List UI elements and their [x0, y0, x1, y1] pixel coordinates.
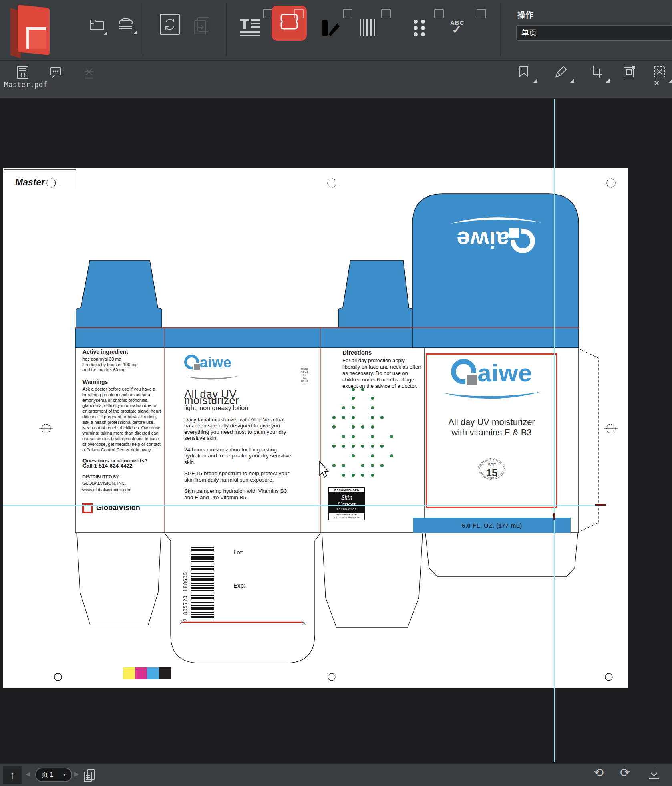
directions-panel: Directions For all day protection apply …	[342, 349, 423, 389]
logo-inner-square	[26, 27, 46, 49]
warnings-body: Ask a doctor before use if you have a br…	[82, 387, 163, 453]
product-body-copy: Daily facial moisturizer with Aloe Vera …	[184, 417, 295, 501]
barcode-inspection-tool[interactable]	[352, 9, 391, 47]
warnings-heading: Warnings	[82, 379, 163, 385]
directions-body: For all day protection apply liberally o…	[342, 357, 423, 389]
marquee-button[interactable]	[622, 64, 637, 79]
seal-recommended-label: RECOMMENDED	[329, 488, 364, 492]
verify-stamp-button[interactable]	[517, 64, 532, 79]
page-thumbnails-button[interactable]	[82, 768, 96, 786]
fine-print-block: MADEOF HA|b+flo10H15·····	[298, 368, 311, 386]
rotate-cw-button[interactable]: ⟳	[620, 766, 630, 780]
pencil-icon	[553, 64, 569, 79]
scanner-icon	[117, 14, 135, 33]
toolbar-separator	[226, 3, 227, 56]
braille-inspection-checkbox[interactable]	[434, 9, 444, 18]
crop-icon	[589, 64, 604, 79]
active-ingredient-lines: has approval 30 mgProducts by booster 10…	[82, 357, 163, 373]
drug-facts-panel: Active ingredient has approval 30 mgProd…	[82, 348, 163, 513]
globalvision-brand: GlobalVision	[82, 503, 163, 513]
operation-label: 操作	[517, 9, 533, 20]
artwork-shape-icon	[272, 6, 307, 41]
barcode-icon	[358, 18, 379, 39]
annotate-pencil-button[interactable]	[553, 64, 569, 79]
close-document-icon[interactable]: ×	[654, 78, 660, 88]
document-tab-label: Master.pdf	[4, 80, 47, 89]
open-file-button[interactable]	[89, 15, 106, 33]
report-button[interactable]	[16, 65, 30, 79]
next-page-button[interactable]: ▶	[74, 770, 79, 778]
page-select-dropdown[interactable]: 页 1 ▼	[35, 768, 72, 782]
dropdown-triangle-icon	[606, 79, 610, 83]
distributor-lines: DISTRIBUTED BYGLOBALVISION, INC.www.glob…	[82, 474, 163, 492]
text-inspection-checkbox[interactable]	[263, 9, 272, 18]
app-logo	[9, 2, 50, 63]
qaiwe-logo: aiwe	[457, 229, 535, 253]
color-inspection-checkbox[interactable]	[343, 9, 352, 18]
scroll-up-button[interactable]: ↑	[3, 766, 22, 784]
report-icon	[16, 65, 30, 79]
document-toolbar: Master.pdf ×	[0, 60, 672, 98]
directions-heading: Directions	[342, 349, 423, 356]
download-icon	[647, 767, 661, 782]
qaiwe-logo-mark-icon	[184, 355, 199, 369]
artboard-name-label: Master	[15, 177, 45, 188]
flash-compare-button[interactable]	[82, 66, 95, 79]
toolbar-separator	[500, 3, 501, 56]
size-bar: 6.0 FL. OZ. (177 mL)	[413, 518, 571, 533]
previous-page-button[interactable]: ◀	[26, 770, 30, 778]
seal-name: SkinCancerFOUNDATION	[329, 492, 364, 513]
qaiwe-logo-mark-icon	[511, 229, 535, 253]
barcode-graphic	[191, 547, 214, 621]
operation-mode-select[interactable]: 单页	[516, 25, 672, 41]
logo-swoosh	[184, 375, 240, 381]
seal-footer: RECOMMENDED AS ANEFFECTIVE UV SUNSCREEN	[329, 513, 364, 520]
dropdown-triangle-icon	[669, 79, 672, 83]
sync-pages-button[interactable]	[159, 14, 180, 35]
text-inspection-tool[interactable]	[234, 9, 272, 47]
barcode-inspection-checkbox[interactable]	[381, 9, 391, 18]
graphics-inspection-active-tile	[272, 6, 307, 41]
toolbar-separator	[143, 3, 143, 56]
graphics-inspection-tool[interactable]	[274, 9, 312, 47]
comments-button[interactable]	[49, 66, 62, 79]
guide-tick-horizontal	[595, 504, 606, 506]
export-pages-button[interactable]	[192, 14, 211, 34]
spellcheck-checkbox[interactable]	[477, 9, 486, 18]
globalvision-logo-icon	[82, 503, 93, 513]
braille-inspection-tool[interactable]	[405, 9, 444, 47]
braille-dots	[331, 388, 401, 482]
color-swatchbook-icon	[320, 18, 341, 40]
export-pages-icon	[192, 14, 211, 34]
scan-button[interactable]	[117, 14, 135, 33]
barcode-digits: 7 805723 188635	[183, 547, 188, 621]
page-select-value: 页 1	[42, 771, 53, 778]
selection-region[interactable]	[426, 353, 557, 508]
color-control-strip	[123, 667, 171, 679]
dropdown-triangle-icon	[570, 79, 574, 83]
download-button[interactable]	[647, 767, 661, 785]
sync-icon	[159, 14, 180, 35]
active-ingredient-heading: Active ingredient	[82, 349, 163, 355]
color-inspection-tool[interactable]	[314, 9, 352, 47]
lot-label: Lot:	[233, 549, 243, 556]
marquee-icon	[622, 64, 637, 79]
spellcheck-tool[interactable]: ABC ✓	[448, 9, 486, 47]
braille-icon	[411, 18, 429, 41]
spellcheck-icon: ABC ✓	[450, 19, 465, 33]
skin-cancer-seal: RECOMMENDED SkinCancerFOUNDATION RECOMME…	[328, 487, 365, 520]
rotate-ccw-button[interactable]: ⟲	[594, 766, 604, 780]
chevron-down-icon: ▼	[62, 768, 66, 781]
flash-asterisk-icon	[82, 66, 95, 79]
horizontal-guide[interactable]	[3, 505, 602, 506]
comment-icon	[49, 66, 62, 79]
inspection-canvas: Master aiwe Active ingredient has approv…	[0, 98, 672, 763]
logo-swoosh	[446, 215, 546, 226]
pages-icon	[82, 768, 96, 783]
artboard-page: Master aiwe Active ingredient has approv…	[3, 168, 628, 688]
vertical-guide[interactable]	[554, 99, 555, 762]
guide-tick-vertical	[553, 513, 555, 520]
mouse-cursor	[318, 461, 332, 478]
flap-logo-mirrored: aiwe	[431, 203, 561, 253]
crop-button[interactable]	[589, 64, 604, 79]
